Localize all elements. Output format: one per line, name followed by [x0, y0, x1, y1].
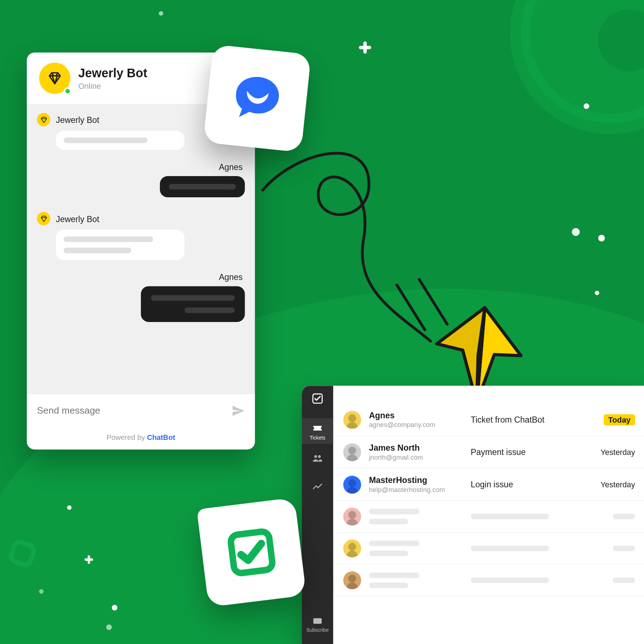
decor-dot	[112, 605, 118, 611]
user-message-bubble	[141, 286, 245, 322]
ticket-row[interactable]: MasterHosting help@masterhosting.com Log…	[333, 469, 644, 501]
online-dot-icon	[64, 87, 72, 95]
diamond-icon	[37, 212, 50, 225]
message-input[interactable]	[37, 405, 203, 417]
chat-title: Jewerly Bot	[78, 66, 147, 80]
helpdesk-app-icon	[197, 497, 306, 607]
nav-subscribe[interactable]: Subscribe	[302, 611, 333, 639]
ticket-subject: Login issue	[471, 480, 593, 489]
decor-dot	[39, 589, 43, 594]
diamond-icon	[47, 71, 62, 86]
ticket-row[interactable]: James North jnorth@gmail.com Payment iss…	[333, 436, 644, 468]
message-group: Jewerly Bot	[37, 212, 245, 260]
bot-avatar	[39, 63, 70, 94]
bot-message-bubble	[56, 230, 185, 260]
decor-dot	[572, 228, 580, 236]
ticket-email: agnes@company.com	[369, 421, 463, 429]
decor-dot	[598, 235, 605, 242]
avatar	[343, 571, 361, 589]
nav-people[interactable]	[302, 446, 333, 472]
user-message-bubble	[160, 176, 245, 197]
avatar	[343, 475, 361, 493]
ticket-when: Yesterday	[601, 480, 635, 489]
avatar	[343, 507, 361, 525]
message-sender: Agnes	[37, 162, 245, 171]
message-sender: Jewerly Bot	[56, 214, 100, 223]
diamond-icon	[37, 113, 50, 126]
chat-input-bar	[27, 394, 255, 428]
ticket-email: jnorth@gmail.com	[369, 454, 463, 461]
svg-rect-4	[313, 618, 322, 624]
message-group: Agnes	[37, 162, 245, 199]
avatar	[343, 411, 361, 429]
helpdesk-nav: Tickets	[302, 418, 333, 500]
decor-dot	[584, 104, 589, 109]
ticket-when-badge: Today	[604, 414, 635, 425]
ticket-list: Agnes agnes@company.com Ticket from Chat…	[333, 386, 644, 644]
message-sender: Agnes	[37, 272, 245, 282]
footer-brand-link[interactable]: ChatBot	[147, 433, 175, 442]
chat-footer: Powered by ChatBot	[27, 428, 255, 450]
message-group: Agnes	[37, 272, 245, 325]
helpdesk-sidebar: Tickets Subscribe	[302, 386, 333, 644]
chat-status: Online	[78, 82, 147, 91]
ticket-row-placeholder	[333, 501, 644, 533]
bot-message-bubble	[56, 131, 185, 150]
send-icon[interactable]	[231, 404, 245, 418]
message-sender: Jewerly Bot	[56, 115, 100, 124]
avatar	[343, 539, 361, 557]
helpdesk-panel: Tickets Subscribe Agnes	[302, 386, 644, 644]
ticket-row-placeholder	[333, 533, 644, 565]
ticket-name: James North	[369, 443, 463, 452]
ticket-email: help@masterhosting.com	[369, 486, 463, 494]
chat-body: Jewerly Bot Agnes Jewerly Bot	[27, 104, 255, 394]
nav-tickets[interactable]: Tickets	[302, 418, 333, 444]
decor-dot	[106, 625, 112, 630]
ticket-row-placeholder	[333, 565, 644, 597]
decor-plus-icon	[359, 41, 371, 54]
nav-label: Subscribe	[306, 627, 328, 633]
ticket-name: Agnes	[369, 410, 463, 420]
decor-dot	[159, 11, 163, 15]
footer-prefix: Powered by	[106, 433, 147, 442]
ticket-when: Yesterday	[601, 447, 635, 456]
decor-dot	[595, 291, 599, 295]
nav-reports[interactable]	[302, 474, 333, 500]
ticket-subject: Payment issue	[471, 447, 593, 456]
ticket-name: MasterHosting	[369, 475, 463, 484]
decor-plus-icon	[84, 555, 93, 564]
helpdesk-logo-icon	[311, 392, 323, 407]
decor-dot	[67, 505, 72, 510]
ticket-subject: Ticket from ChatBot	[471, 415, 596, 424]
chatbot-app-icon	[203, 44, 311, 152]
nav-label: Tickets	[310, 435, 326, 441]
ticket-row[interactable]: Agnes agnes@company.com Ticket from Chat…	[333, 404, 644, 436]
avatar	[343, 443, 361, 461]
